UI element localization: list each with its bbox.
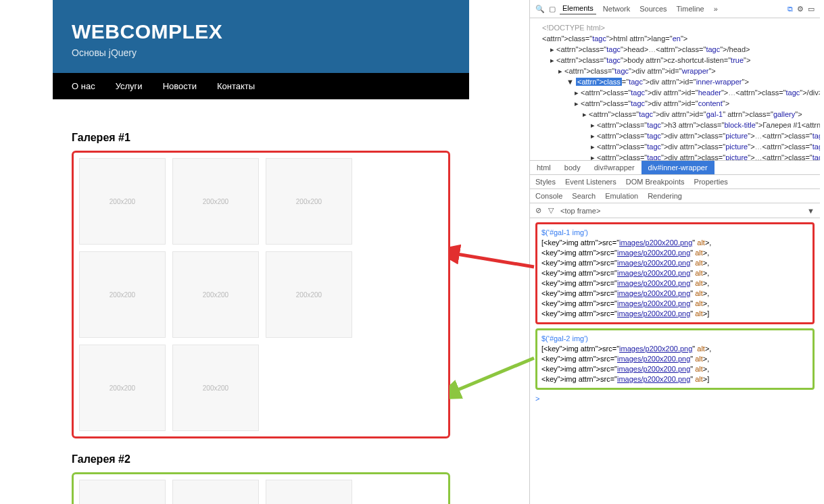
drawer-icon[interactable]: ⧉ (787, 5, 793, 14)
nav-item-contacts[interactable]: Контакты (217, 81, 255, 91)
tab-sources[interactable]: Sources (637, 3, 669, 14)
nav-item-about[interactable]: О нас (72, 81, 95, 91)
picture-placeholder: 200x200 (79, 480, 166, 504)
drawer-emulation[interactable]: Emulation (605, 192, 638, 200)
site-subtitle: Основы jQuery (72, 47, 450, 58)
subtab-event-listeners[interactable]: Event Listeners (565, 178, 616, 186)
subtab-styles[interactable]: Styles (535, 178, 556, 186)
dock-icon[interactable]: ▭ (808, 5, 815, 14)
drawer-rendering[interactable]: Rendering (648, 192, 682, 200)
picture-placeholder: 200x200 (266, 251, 352, 338)
picture-placeholder: 200x200 (79, 158, 166, 245)
crumb-wrapper[interactable]: div#wrapper (587, 161, 641, 174)
nav-item-news[interactable]: Новости (163, 81, 197, 91)
drawer-tabs: Console Search Emulation Rendering (530, 189, 820, 203)
frame-selector[interactable]: <top frame> (560, 207, 600, 215)
site-content: Галерея #1 200x200200x200200x200200x2002… (53, 99, 469, 504)
gallery-2-box: 200x200200x200200x200200x200 (72, 472, 450, 504)
crumb-body[interactable]: body (558, 161, 587, 174)
picture-placeholder: 200x200 (172, 158, 259, 245)
devtools-panel: 🔍 ▢ Elements Network Sources Timeline » … (529, 0, 820, 504)
subtab-dom-breakpoints[interactable]: DOM Breakpoints (626, 178, 685, 186)
filter-icon[interactable]: ▽ (548, 206, 554, 215)
inspect-icon[interactable]: 🔍 (535, 5, 545, 14)
devtools-tabs: 🔍 ▢ Elements Network Sources Timeline » … (530, 0, 820, 18)
subtab-properties[interactable]: Properties (694, 178, 728, 186)
device-icon[interactable]: ▢ (549, 5, 556, 14)
picture-placeholder: 200x200 (172, 345, 259, 431)
console-controls: ⊘ ▽ <top frame> ▼ (530, 203, 820, 218)
drawer-search[interactable]: Search (572, 192, 596, 200)
picture-placeholder: 200x200 (266, 158, 352, 245)
styles-tabs: Styles Event Listeners DOM Breakpoints P… (530, 174, 820, 189)
nav-item-services[interactable]: Услуги (116, 81, 143, 91)
tab-elements[interactable]: Elements (560, 3, 596, 15)
tab-network[interactable]: Network (600, 3, 633, 14)
picture-placeholder: 200x200 (79, 345, 166, 431)
gallery-1-title: Галерея #1 (72, 132, 450, 144)
gallery-1-box: 200x200200x200200x200200x200200x200200x2… (72, 151, 450, 438)
tab-timeline[interactable]: Timeline (674, 3, 707, 14)
picture-placeholder: 200x200 (172, 480, 259, 504)
site-header: WEBCOMPLEX Основы jQuery (53, 0, 469, 73)
crumb-inner-wrapper[interactable]: div#inner-wrapper (641, 161, 714, 174)
site-nav: О нас Услуги Новости Контакты (53, 73, 469, 99)
crumb-html[interactable]: html (530, 161, 558, 174)
site-title: WEBCOMPLEX (72, 20, 450, 43)
drawer-console[interactable]: Console (535, 192, 562, 200)
gallery-2-title: Галерея #2 (72, 453, 450, 465)
gear-icon[interactable]: ⚙ (797, 5, 804, 14)
console-output[interactable]: $('#gal-1 img')[<key">img attrn">src="im… (530, 218, 820, 408)
clear-console-icon[interactable]: ⊘ (535, 206, 541, 215)
picture-placeholder: 200x200 (266, 480, 352, 504)
tab-more[interactable]: » (711, 3, 721, 14)
dom-tree[interactable]: <!DOCTYPE html><attrn">class="tagc">html… (530, 18, 820, 160)
frame-dropdown-icon[interactable]: ▼ (807, 207, 815, 215)
website-preview: WEBCOMPLEX Основы jQuery О нас Услуги Но… (53, 0, 469, 504)
breadcrumb: html body div#wrapper div#inner-wrapper (530, 160, 820, 174)
picture-placeholder: 200x200 (172, 251, 259, 338)
picture-placeholder: 200x200 (79, 251, 166, 338)
